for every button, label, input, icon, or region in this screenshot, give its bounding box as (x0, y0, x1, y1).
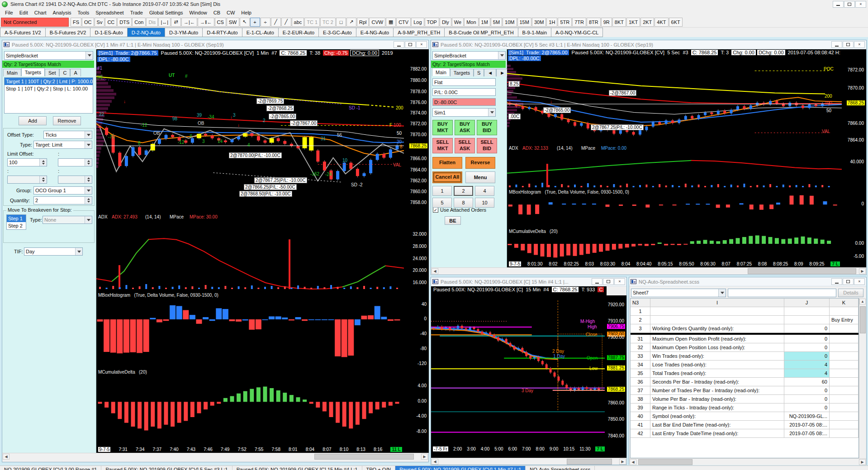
table-cell[interactable]: Total Trades (read-only): (650, 369, 784, 377)
pointer-icon[interactable]: ↖ (240, 18, 250, 27)
order-label[interactable]: 2@7866.25|P/L: -50.00C (244, 184, 297, 190)
table-cell[interactable]: Working Orders Quantity (read-only): (650, 324, 784, 332)
toolbar-button-10m[interactable]: 10M (503, 18, 517, 27)
price-scale[interactable]: 7920.007910.007906.757902.007900.007887.… (607, 295, 626, 458)
vertical-scrollbar[interactable]: ▲ (859, 298, 866, 458)
details-button[interactable]: Details (838, 289, 863, 297)
quantity-preset-4[interactable]: 4 (475, 186, 494, 196)
offset4-input[interactable] (58, 176, 92, 184)
close-button[interactable]: × (854, 278, 865, 285)
buy-mkt-button[interactable]: BUYMKT (432, 120, 453, 135)
toolbar-button-cs[interactable]: CS (215, 18, 226, 27)
scale-expand-icon[interactable]: |↔| (158, 18, 171, 27)
column-header-i[interactable]: I (650, 299, 784, 307)
grid-icon[interactable]: ▦ (386, 18, 396, 27)
toolbar-button-8tr[interactable]: 8TR (587, 18, 601, 27)
type-dropdown[interactable]: Target: Limit (33, 141, 92, 149)
panel-tab-targets[interactable]: Targets (21, 68, 45, 76)
order-label[interactable]: 8.25 (508, 81, 520, 87)
app-close-button[interactable]: × (855, 1, 866, 8)
row-number[interactable]: 1 (631, 307, 650, 315)
scroll-right-arrow[interactable]: ▶ (859, 268, 866, 274)
chart-area-15min[interactable]: Paused 5.00X: NQ-201909-GLOBEX [C] 15 Mi… (431, 286, 607, 458)
order-list-item[interactable]: Target 1 | 100T | Qty:2 | Lmt | P: 1000.… (5, 78, 93, 85)
menu-item-cb[interactable]: CB (210, 9, 223, 16)
toolbar-button-oc[interactable]: OC (82, 18, 94, 27)
maximize-button[interactable] (603, 278, 614, 285)
panel-tab-set[interactable]: Set (45, 69, 60, 76)
table-cell[interactable] (830, 421, 859, 429)
chartbook-tab-a-5-futures-1v2[interactable]: A-5-Futures 1V2 (0, 28, 46, 37)
table-cell[interactable]: Last Bar End DateTime (read-only): (650, 421, 784, 429)
table-cell[interactable]: Seconds Per Bar - Intraday (read-only): (650, 378, 784, 386)
horizontal-scrollbar[interactable]: ◀ ▶ (629, 458, 866, 465)
close-button[interactable]: × (854, 41, 865, 48)
column-header-n3[interactable]: N3 (631, 299, 650, 307)
quantity-preset-2[interactable]: 2 (454, 186, 473, 196)
scroll-left-arrow[interactable]: ◀ (3, 454, 9, 460)
order-list-item[interactable]: Stop 1 | 10T | Qty:2 | Stop | L: 100.00 (5, 85, 93, 92)
panel-tab-a[interactable]: A (70, 69, 81, 76)
minimize-button[interactable] (394, 41, 404, 48)
chartbook-tab-a-0-nq-ym-gc-cl[interactable]: A-0-NQ-YM-GC-CL (551, 28, 603, 37)
flatten-button[interactable]: Flatten (432, 157, 462, 169)
horizontal-scrollbar[interactable]: ◀ ▶ (431, 458, 626, 465)
panel-tab-main[interactable]: Main (3, 69, 21, 76)
breakeven-step-item[interactable]: Step 1 (7, 215, 26, 222)
toolbar-button-top[interactable]: TOP (425, 18, 439, 27)
toolbar-button-1kt[interactable]: 1KT (626, 18, 640, 27)
order-label[interactable]: 2@7868.50|P/L: -10.00C (239, 191, 292, 197)
toolbar-button-8kt[interactable]: 8KT (612, 18, 626, 27)
table-cell[interactable]: 4 (784, 369, 830, 377)
toolbar-button-tc2[interactable]: TC 2 (320, 18, 336, 27)
table-cell[interactable] (830, 361, 859, 369)
scroll-left-arrow[interactable]: ◀ (432, 459, 438, 465)
crosshair-icon[interactable]: + (250, 18, 260, 27)
minimize-button[interactable] (592, 278, 602, 285)
ray-icon[interactable]: ╱ (281, 18, 291, 27)
menu-item-analysis[interactable]: Analysis (50, 9, 75, 16)
chartbook-tab-d-2-nq-auto[interactable]: D-2-NQ-Auto (128, 28, 165, 37)
breakeven-type-dropdown[interactable]: None (43, 216, 92, 224)
chartbook-tab-d-4-rty-auto[interactable]: D-4-RTY-Auto (203, 28, 242, 37)
table-cell[interactable] (830, 307, 859, 315)
row-number[interactable]: 36 (631, 378, 650, 386)
row-number[interactable]: 37 (631, 386, 650, 394)
toolbar-button-5tr[interactable]: 5TR (558, 18, 572, 27)
panel-tab-main[interactable]: Main (432, 68, 450, 76)
row-number[interactable]: 35 (631, 369, 650, 377)
scale-compress-icon[interactable]: ⇄ (171, 18, 181, 27)
taskbar-item[interactable]: TPO + O/N (362, 466, 396, 470)
toolbar-button-5m[interactable]: 5M (491, 18, 502, 27)
tab-scroll-left-icon[interactable]: ◄ (484, 69, 496, 76)
sheet-selector-dropdown[interactable]: Sheet7 (631, 289, 726, 297)
toolbar-button-4kt[interactable]: 4KT (655, 18, 668, 27)
squeeze2-icon[interactable]: →‖← (198, 18, 214, 27)
toolbar-button-cvw[interactable]: CVW (369, 18, 385, 27)
toolbar-button-7tr[interactable]: 7TR (572, 18, 586, 27)
trendline-icon[interactable]: ╱ (271, 18, 281, 27)
limit-offset-input[interactable]: 100 (7, 158, 47, 166)
chartbook-tab-a-9-mp-rth-eth[interactable]: A-9-MP_RTH_ETH (394, 28, 445, 37)
quantity-preset-5[interactable]: 5 (432, 198, 452, 208)
window-titlebar[interactable]: Paused 5.00X: NQ-201909-GLOBEX [C] 15 Mi… (431, 277, 626, 286)
breakeven-button[interactable]: BE (445, 216, 461, 225)
table-cell[interactable]: Buy Entry (830, 316, 859, 324)
window-titlebar[interactable]: Paused 5.00X: NQ-201909-GLOBEX [CV] 1 Mi… (2, 40, 428, 49)
maximize-button[interactable] (843, 41, 854, 48)
group-dropdown[interactable]: OCO Group 1 (33, 186, 92, 195)
scroll-right-arrow[interactable]: ▶ (859, 459, 866, 465)
table-cell[interactable] (830, 324, 859, 332)
panel-tab-s[interactable]: S (474, 69, 484, 76)
row-number[interactable]: 41 (631, 421, 650, 429)
squeeze-icon[interactable]: →|← (181, 18, 197, 27)
quantity-preset-8[interactable]: 8 (454, 198, 473, 208)
order-label[interactable]: .00C (508, 114, 521, 119)
offset2-input[interactable] (58, 158, 92, 166)
row-number[interactable]: 2 (631, 316, 650, 324)
chartbook-tab-b-5-futures-2v2[interactable]: B-5-Futures 2V2 (46, 28, 91, 37)
menu-item-trade[interactable]: Trade (127, 9, 146, 16)
table-cell[interactable]: Last Entry Trade DateTime (read-only): (650, 429, 784, 437)
table-cell[interactable] (830, 386, 859, 394)
order-label[interactable]: -2@7867.00 (609, 90, 636, 96)
